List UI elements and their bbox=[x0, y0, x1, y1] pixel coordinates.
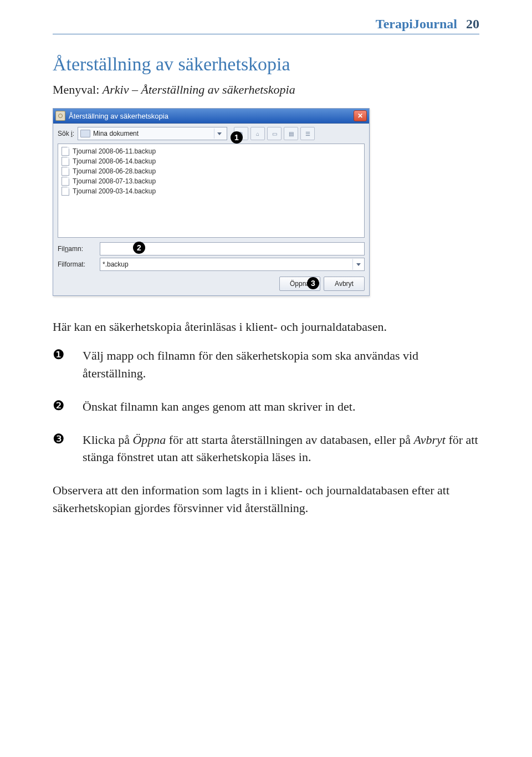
menuval-path: Arkiv – Återställning av säkerhetskopia bbox=[103, 83, 295, 96]
home-button[interactable]: ⌂ bbox=[250, 127, 265, 140]
document-icon bbox=[62, 167, 69, 176]
document-icon bbox=[62, 187, 69, 196]
menuval-line: Menyval: Arkiv – Återställning av säkerh… bbox=[53, 83, 479, 97]
step-item: ❸ Klicka på Öppna för att starta återstä… bbox=[53, 431, 479, 467]
page-header: TerapiJournal 20 bbox=[53, 17, 479, 34]
look-in-combo[interactable]: Mina dokument bbox=[78, 127, 227, 140]
filetype-value: *.backup bbox=[103, 260, 352, 268]
dialog-titlebar: Återställning av säkerhetskopia ✕ bbox=[53, 109, 369, 124]
svg-marker-1 bbox=[356, 263, 361, 266]
look-in-value: Mina dokument bbox=[93, 130, 211, 137]
toolbar: ↰ ⌂ ▭ ▤ ☰ bbox=[234, 127, 315, 140]
file-name: Tjournal 2008-06-28.backup bbox=[73, 167, 156, 175]
list-item[interactable]: Tjournal 2008-07-13.backup bbox=[62, 176, 361, 186]
list-item[interactable]: Tjournal 2008-06-11.backup bbox=[62, 146, 361, 156]
new-folder-button[interactable]: ▭ bbox=[267, 127, 282, 140]
callout-marker-2: 2 bbox=[133, 242, 145, 254]
header-page-number: 20 bbox=[466, 17, 479, 32]
document-icon bbox=[62, 147, 69, 156]
look-in-label: Sök i: bbox=[58, 130, 74, 137]
list-view-button[interactable]: ▤ bbox=[284, 127, 298, 140]
file-list[interactable]: Tjournal 2008-06-11.backup Tjournal 2008… bbox=[58, 144, 365, 238]
callout-marker-1: 1 bbox=[231, 131, 243, 144]
filename-label: Filnamn: bbox=[58, 245, 96, 253]
detail-view-button[interactable]: ☰ bbox=[300, 127, 315, 140]
filetype-label: Filformat: bbox=[58, 260, 96, 268]
file-name: Tjournal 2008-06-14.backup bbox=[73, 157, 156, 165]
header-title: TerapiJournal bbox=[376, 17, 457, 32]
folder-icon bbox=[80, 130, 90, 137]
chevron-down-icon[interactable] bbox=[352, 259, 364, 270]
svg-marker-0 bbox=[217, 132, 222, 135]
document-icon bbox=[62, 157, 69, 166]
step-text: Välj mapp och filnamn för den säkerhetsk… bbox=[83, 347, 479, 382]
close-icon[interactable]: ✕ bbox=[354, 110, 367, 121]
step-item: ❷ Önskat filnamn kan anges genom att man… bbox=[53, 398, 479, 416]
note-paragraph: Observera att den information som lagts … bbox=[53, 482, 479, 517]
step-bullet: ❸ bbox=[53, 431, 66, 467]
step-bullet: ❷ bbox=[53, 398, 66, 416]
menuval-label: Menyval: bbox=[53, 83, 103, 96]
section-title: Återställning av säkerhetskopia bbox=[53, 54, 479, 75]
file-dialog-window: Återställning av säkerhetskopia ✕ Sök i:… bbox=[53, 108, 370, 296]
step-text: Önskat filnamn kan anges genom att man s… bbox=[83, 398, 479, 416]
step-text: Klicka på Öppna för att starta återställ… bbox=[83, 431, 479, 467]
file-name: Tjournal 2008-06-11.backup bbox=[73, 147, 156, 155]
list-item[interactable]: Tjournal 2008-06-28.backup bbox=[62, 166, 361, 176]
cancel-button[interactable]: Avbryt bbox=[324, 277, 365, 291]
file-name: Tjournal 2008-07-13.backup bbox=[73, 177, 156, 185]
document-icon bbox=[62, 177, 69, 186]
java-icon bbox=[55, 111, 65, 121]
filetype-combo[interactable]: *.backup bbox=[100, 258, 365, 271]
dialog-title: Återställning av säkerhetskopia bbox=[69, 112, 354, 120]
step-bullet: ❶ bbox=[53, 347, 66, 382]
intro-paragraph: Här kan en säkerhetskopia återinläsas i … bbox=[53, 318, 479, 336]
file-name: Tjournal 2009-03-14.backup bbox=[73, 187, 156, 195]
chevron-down-icon[interactable] bbox=[214, 129, 224, 139]
list-item[interactable]: Tjournal 2008-06-14.backup bbox=[62, 156, 361, 166]
list-item[interactable]: Tjournal 2009-03-14.backup bbox=[62, 186, 361, 196]
step-item: ❶ Välj mapp och filnamn för den säkerhet… bbox=[53, 347, 479, 382]
step-list: ❶ Välj mapp och filnamn för den säkerhet… bbox=[53, 347, 479, 466]
callout-marker-3: 3 bbox=[307, 277, 319, 289]
